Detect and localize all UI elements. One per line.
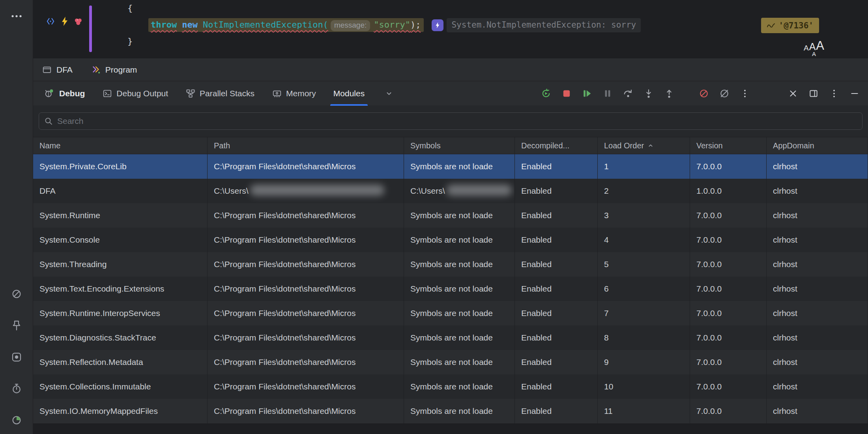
step-over-button[interactable]: [621, 86, 635, 101]
cell-version: 7.0.0.0: [690, 326, 767, 350]
cell-symbols: Symbols are not loade: [404, 326, 515, 350]
more-views-button[interactable]: [384, 89, 394, 98]
cell-name: System.Threading: [33, 252, 208, 277]
statement-end: );: [410, 20, 421, 30]
tab-parallel-stacks[interactable]: Parallel Stacks: [185, 81, 254, 106]
cell-version: 7.0.0.0: [690, 228, 767, 252]
table-row[interactable]: System.Diagnostics.StackTrace C:\Program…: [33, 326, 868, 350]
layout-icon: [808, 88, 819, 99]
resume-button[interactable]: [580, 86, 594, 101]
cell-load-order: 8: [598, 326, 690, 350]
cell-name: System.IO.MemoryMappedFiles: [33, 399, 208, 423]
cell-appdomain: clrhost: [767, 399, 868, 423]
berry-icon[interactable]: [73, 16, 84, 27]
cell-name: DFA: [33, 179, 208, 203]
table-row[interactable]: System.Reflection.Metadata C:\Program Fi…: [33, 350, 868, 374]
pin-sidebar-button[interactable]: [10, 319, 23, 332]
ide-window: { thrownewNotImplementedException(messag…: [0, 0, 868, 434]
tab-debug-output[interactable]: Debug Output: [102, 81, 168, 106]
stop-icon: [561, 88, 572, 99]
view-breakpoints-sidebar-button[interactable]: [10, 350, 23, 364]
execution-line-highlight: thrownewNotImplementedException(message:…: [148, 18, 424, 32]
resume-icon: [582, 88, 593, 99]
layout-settings-button[interactable]: [806, 86, 821, 101]
cell-decompiled: Enabled: [515, 154, 598, 179]
step-into-button[interactable]: [642, 86, 656, 101]
column-header-name[interactable]: Name: [33, 137, 208, 154]
font-size-widget: A A A A: [801, 39, 827, 57]
cell-path: C:\Program Files\dotnet\shared\Micros: [208, 277, 404, 301]
cell-load-order: 3: [598, 203, 690, 228]
tab-memory[interactable]: Memory: [272, 81, 316, 106]
column-header-symbols[interactable]: Symbols: [404, 137, 515, 154]
lightning-icon[interactable]: [59, 16, 70, 27]
memory-icon: [272, 88, 282, 99]
cell-appdomain: clrhost: [767, 179, 868, 203]
tab-dfa[interactable]: DFA: [42, 65, 73, 75]
close-button[interactable]: [786, 86, 800, 101]
editor-pane[interactable]: { thrownewNotImplementedException(messag…: [33, 0, 868, 58]
table-row[interactable]: System.Collections.Immutable C:\Program …: [33, 374, 868, 399]
more-actions-button[interactable]: [738, 86, 752, 101]
breakpoint-in-square-icon: [11, 351, 22, 363]
cell-path: C:\Users\: [208, 179, 404, 203]
column-header-version[interactable]: Version: [690, 137, 767, 154]
cell-symbols: Symbols are not loade: [404, 350, 515, 374]
ignore-exceptions-button[interactable]: [717, 86, 731, 101]
cell-path: C:\Program Files\dotnet\shared\Micros: [208, 326, 404, 350]
cell-name: System.Diagnostics.StackTrace: [33, 326, 208, 350]
file-tab-bar: DFA Program: [33, 58, 868, 81]
cell-version: 7.0.0.0: [690, 399, 767, 423]
slashed-circle-icon: [719, 88, 730, 99]
main-menu-icon[interactable]: [10, 9, 23, 23]
cell-load-order: 2: [598, 179, 690, 203]
column-header-path[interactable]: Path: [208, 137, 404, 154]
table-row[interactable]: System.Runtime C:\Program Files\dotnet\s…: [33, 203, 868, 228]
console-icon: [102, 88, 112, 99]
cell-appdomain: clrhost: [767, 154, 868, 179]
table-row[interactable]: System.Private.CoreLib C:\Program Files\…: [33, 154, 868, 179]
search-input-wrapper[interactable]: [39, 112, 862, 130]
stop-button[interactable]: [559, 86, 574, 101]
column-header-load-order[interactable]: Load Order: [598, 137, 690, 154]
step-out-button[interactable]: [662, 86, 676, 101]
hide-window-button[interactable]: [847, 86, 862, 101]
cell-appdomain: clrhost: [767, 326, 868, 350]
cell-decompiled: Enabled: [515, 350, 598, 374]
cell-load-order: 4: [598, 228, 690, 252]
keyword-new: new: [182, 20, 198, 30]
tab-program[interactable]: Program: [91, 65, 137, 75]
code-vision-icon[interactable]: [45, 16, 56, 27]
mute-breakpoints-sidebar-button[interactable]: [10, 287, 23, 301]
cell-symbols: Symbols are not loade: [404, 399, 515, 423]
tab-modules[interactable]: Modules: [333, 81, 365, 106]
tab-label: Modules: [333, 89, 365, 98]
column-header-appdomain[interactable]: AppDomain: [767, 137, 868, 154]
search-strip: [33, 105, 868, 137]
window-options-button[interactable]: [827, 86, 841, 101]
cell-path: C:\Program Files\dotnet\shared\Micros: [208, 228, 404, 252]
memory-profile-sidebar-button[interactable]: [10, 413, 23, 427]
pause-button[interactable]: [600, 86, 615, 101]
overhead-sidebar-button[interactable]: [10, 382, 23, 395]
cell-version: 7.0.0.0: [690, 203, 767, 228]
table-row[interactable]: System.Text.Encoding.Extensions C:\Progr…: [33, 277, 868, 301]
cell-appdomain: clrhost: [767, 203, 868, 228]
main-column: { thrownewNotImplementedException(messag…: [33, 0, 868, 434]
mute-breakpoints-button[interactable]: [697, 86, 711, 101]
table-row[interactable]: System.Threading C:\Program Files\dotnet…: [33, 252, 868, 277]
step-over-icon: [623, 88, 634, 99]
table-row[interactable]: System.IO.MemoryMappedFiles C:\Program F…: [33, 399, 868, 423]
table-row[interactable]: DFA C:\Users\ C:\Users\ Enabled 2 1.0.0.…: [33, 179, 868, 203]
column-header-decompiled[interactable]: Decompiled...: [515, 137, 598, 154]
pie-chart-icon: [11, 414, 22, 426]
cell-version: 7.0.0.0: [690, 154, 767, 179]
table-row[interactable]: System.Console C:\Program Files\dotnet\s…: [33, 228, 868, 252]
cell-load-order: 9: [598, 350, 690, 374]
rerun-debug-button[interactable]: [539, 86, 553, 101]
search-input[interactable]: [57, 116, 857, 126]
muted-circle-icon: [11, 288, 22, 300]
object-id-tag[interactable]: '@7136': [761, 18, 819, 33]
code-area[interactable]: { thrownewNotImplementedException(messag…: [127, 0, 765, 50]
table-row[interactable]: System.Runtime.InteropServices C:\Progra…: [33, 301, 868, 326]
